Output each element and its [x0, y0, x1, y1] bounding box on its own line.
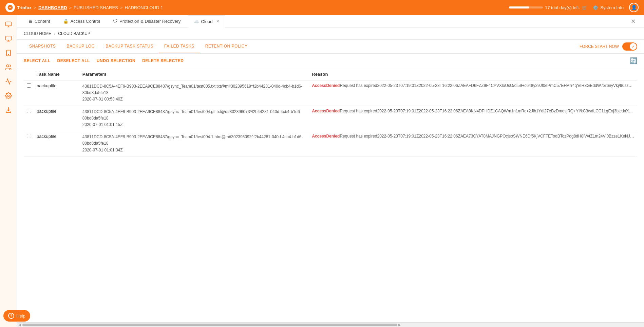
svg-point-0 [8, 5, 13, 10]
trial-progress-fill [509, 6, 529, 8]
breadcrumb-home[interactable]: CLOUD HOME [24, 31, 51, 36]
task-name-cell: backupfile [34, 106, 80, 131]
toggle-knob: ✓ [630, 43, 637, 50]
row-checkbox[interactable] [27, 134, 31, 138]
hscroll-left-arrow[interactable]: ◀ [18, 323, 21, 327]
sidebar-item-devices[interactable] [2, 47, 15, 59]
help-label: Help [16, 313, 25, 319]
reason-cell: AccessDeniedRequest has expired2022-05-2… [309, 80, 637, 106]
undo-selection-button[interactable]: UNDO SELECTION [97, 58, 135, 63]
access-denied-label: AccessDenied [312, 134, 340, 139]
sub-tab-backup-task-status[interactable]: BACKUP TASK STATUS [100, 40, 159, 53]
deselect-all-button[interactable]: DESELECT ALL [57, 58, 90, 63]
system-info-button[interactable]: ⚙️ System Info [593, 5, 624, 10]
sidebar-item-analytics[interactable] [2, 75, 15, 88]
trial-badge: 17 trial day(s) left. 🛒 [509, 5, 587, 10]
failed-tasks-table: Task Name Parameters Reason backupfile43… [24, 68, 637, 157]
sidebar [0, 15, 17, 327]
svg-rect-1 [5, 22, 11, 26]
reason-cell: AccessDeniedRequest has expired2022-05-2… [309, 131, 637, 157]
reason-text: Request has expired2022-05-23T07:19:01Z2… [340, 83, 637, 88]
params-cell: 43811DCD-8C5A-4EF9-B903-2EEA9CE88487/gsy… [80, 131, 309, 157]
sub-tab-backup-log[interactable]: BACKUP LOG [61, 40, 100, 53]
horizontal-scrollbar[interactable]: ◀ ▶ [17, 322, 644, 327]
tab-protection[interactable]: 🛡 Protection & Disaster Recovery [107, 15, 187, 28]
gear-icon: ⚙️ [593, 5, 598, 10]
sub-tab-retention-policy[interactable]: RETENTION POLICY [200, 40, 253, 53]
row-checkbox-cell[interactable] [24, 80, 34, 106]
tab-cloud[interactable]: ☁️ Cloud ✕ [188, 15, 225, 28]
table-row: backupfile43811DCD-8C5A-4EF9-B903-2EEA9C… [24, 131, 637, 157]
toggle-check-icon: ✓ [632, 45, 634, 49]
col-checkbox [24, 68, 34, 80]
svg-point-6 [7, 95, 9, 97]
task-name-cell: backupfile [34, 131, 80, 157]
close-main-button[interactable]: ✕ [628, 16, 639, 26]
nav-published-shares[interactable]: PUBLISHED SHARES [74, 5, 118, 10]
sub-tab-failed-tasks[interactable]: FAILED TASKS [159, 40, 200, 53]
action-bar: SELECT ALL DESELECT ALL UNDO SELECTION D… [17, 54, 644, 68]
reason-text: Request has expired2022-05-23T07:19:01Z2… [340, 134, 637, 139]
row-checkbox[interactable] [27, 83, 31, 88]
params-cell: 43811DCD-8C5A-4EF9-B903-2EEA9CE88487/gsy… [80, 80, 309, 106]
brand-name: Triofox [17, 5, 32, 10]
force-start-toggle[interactable]: ✓ [622, 42, 637, 51]
delete-selected-button[interactable]: DELETE SELECTED [142, 58, 184, 63]
sub-tabs-bar: SNAPSHOTS BACKUP LOG BACKUP TASK STATUS … [17, 40, 644, 54]
access-denied-label: AccessDenied [312, 109, 340, 113]
nav-hadroncloud[interactable]: HADRONCLOUD-1 [125, 5, 163, 10]
help-button[interactable]: ? Help [3, 310, 30, 322]
main-content: 🖥 Content 🔒 Access Control 🛡 Protection … [17, 15, 644, 327]
row-checkbox-cell[interactable] [24, 106, 34, 131]
reason-text: Request has expired2022-05-23T07:19:01Z2… [340, 109, 637, 113]
sidebar-item-home[interactable] [2, 18, 15, 31]
help-circle-icon: ? [8, 313, 14, 319]
params-cell: 43811DCD-8C5A-4EF9-B903-2EEA9CE88487/gsy… [80, 106, 309, 131]
nav-dashboard[interactable]: DASHBOARD [38, 5, 67, 10]
sub-tab-snapshots[interactable]: SNAPSHOTS [24, 40, 61, 53]
trial-progress-bar [509, 6, 543, 8]
table-row: backupfile43811DCD-8C5A-4EF9-B903-2EEA9C… [24, 80, 637, 106]
row-checkbox-cell[interactable] [24, 131, 34, 157]
sidebar-item-users[interactable] [2, 61, 15, 73]
monitor-icon: 🖥 [28, 19, 33, 24]
force-start-button[interactable]: FORCE START NOW [580, 44, 619, 49]
cart-icon: 🛒 [582, 5, 587, 10]
breadcrumb: CLOUD HOME › CLOUD BACKUP [17, 28, 644, 40]
row-checkbox[interactable] [27, 109, 31, 113]
cloud-icon: ☁️ [194, 19, 199, 24]
tab-access-control[interactable]: 🔒 Access Control [57, 15, 106, 28]
hscroll-thumb[interactable] [22, 324, 397, 326]
sidebar-item-settings[interactable] [2, 90, 15, 102]
task-name-cell: backupfile [34, 80, 80, 106]
table-row: backupfile43811DCD-8C5A-4EF9-B903-2EEA9C… [24, 106, 637, 131]
select-all-button[interactable]: SELECT ALL [24, 58, 51, 63]
table-container[interactable]: Task Name Parameters Reason backupfile43… [17, 68, 644, 322]
protection-icon: 🛡 [113, 19, 117, 24]
breadcrumb-arrow: › [54, 31, 55, 36]
svg-rect-2 [5, 36, 11, 40]
trial-text: 17 trial day(s) left. [545, 5, 580, 10]
hscroll-right-arrow[interactable]: ▶ [398, 323, 401, 327]
user-icon: 👤 [631, 5, 637, 10]
tab-close-icon[interactable]: ✕ [216, 19, 220, 24]
shield-icon: 🔒 [63, 19, 69, 24]
logo-icon [5, 3, 15, 12]
access-denied-label: AccessDenied [312, 83, 340, 88]
col-task-name: Task Name [34, 68, 80, 80]
tabs-bar: 🖥 Content 🔒 Access Control 🛡 Protection … [17, 15, 644, 28]
reason-cell: AccessDeniedRequest has expired2022-05-2… [309, 106, 637, 131]
sidebar-item-monitor[interactable] [2, 33, 15, 45]
user-avatar-button[interactable]: 👤 [629, 3, 639, 12]
col-reason: Reason [309, 68, 637, 80]
col-parameters: Parameters [80, 68, 309, 80]
top-nav: Triofox > DASHBOARD > PUBLISHED SHARES >… [0, 0, 644, 15]
sidebar-item-download[interactable] [2, 104, 15, 116]
tab-content[interactable]: 🖥 Content [22, 15, 56, 28]
svg-point-5 [6, 65, 9, 67]
refresh-icon[interactable]: 🔄 [630, 57, 637, 64]
system-info-label: System Info [600, 5, 624, 10]
breadcrumb-current: CLOUD BACKUP [58, 31, 90, 36]
svg-point-4 [8, 54, 9, 55]
